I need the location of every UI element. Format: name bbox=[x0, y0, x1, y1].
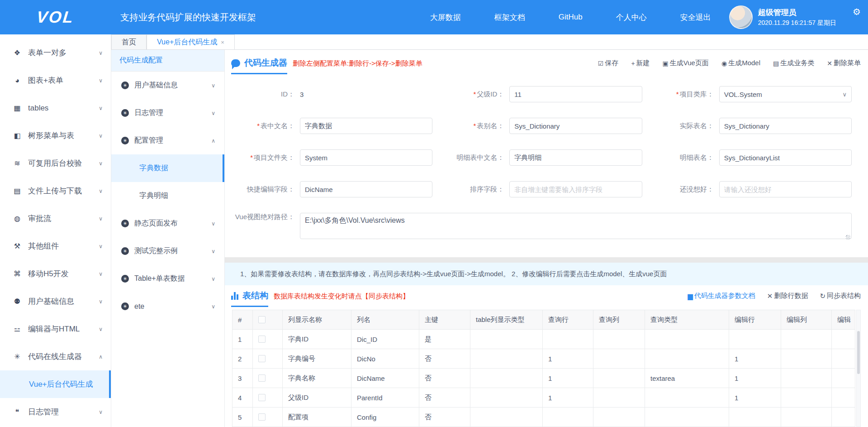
sidebar-item-代码在线生成器[interactable]: ✳代码在线生成器∧ bbox=[0, 343, 111, 370]
field-label-text: ID： bbox=[281, 90, 294, 98]
field-input[interactable] bbox=[509, 149, 642, 166]
table-cell: 否 bbox=[419, 408, 470, 427]
generator-title-wrap: 代码生成器 bbox=[231, 57, 287, 74]
tree-group-静态页面发布[interactable]: ✳静态页面发布∨ bbox=[111, 210, 224, 237]
close-icon[interactable]: × bbox=[221, 39, 224, 46]
field-select[interactable]: VOL.System∨ bbox=[719, 86, 852, 102]
sidebar-item-label: 编辑器与HTML bbox=[28, 324, 99, 334]
table-scrollbar-thumb[interactable] bbox=[857, 331, 860, 374]
field-label-text: 明细表名： bbox=[680, 154, 714, 161]
tree-group-Table+单表数据[interactable]: ✳Table+单表数据∨ bbox=[111, 265, 224, 293]
tab-bar: 首页Vue+后台代码生成× bbox=[111, 34, 868, 50]
tab-首页[interactable]: 首页 bbox=[111, 34, 147, 49]
sidebar-item-编辑器与HTML[interactable]: ⚍编辑器与HTML∨ bbox=[0, 315, 111, 343]
生成Vue页面-button[interactable]: ▣生成Vue页面 bbox=[663, 59, 709, 67]
tool-btn-label: 生成业务类 bbox=[780, 59, 814, 67]
生成Model-button[interactable]: ◉生成Model bbox=[721, 59, 760, 67]
field-input[interactable] bbox=[509, 118, 642, 134]
field-label: 明细表中文名： bbox=[441, 154, 509, 162]
row-number-cell: 1 bbox=[232, 330, 253, 349]
cog-circle-icon: ✳ bbox=[121, 109, 129, 117]
代码生成器参数文档-link[interactable]: ▆代码生成器参数文档 bbox=[688, 292, 755, 300]
删除菜单-button[interactable]: ✕删除菜单 bbox=[827, 59, 861, 67]
sidebar-item-文件上传与下载[interactable]: ▤文件上传与下载∨ bbox=[0, 177, 111, 205]
nav-item-GitHub[interactable]: GitHub bbox=[559, 13, 583, 22]
sidebar-item-移动H5开发[interactable]: ⌘移动H5开发∨ bbox=[0, 260, 111, 288]
row-checkbox[interactable] bbox=[258, 355, 266, 362]
同步表结构-link[interactable]: ↻同步表结构 bbox=[820, 292, 861, 300]
field-input[interactable] bbox=[509, 86, 642, 102]
column-header-编辑: 编辑 bbox=[832, 310, 855, 330]
config-panel-header[interactable]: 代码生成配置 bbox=[111, 50, 224, 72]
sidebar-item-可复用后台校验[interactable]: ≋可复用后台校验∨ bbox=[0, 149, 111, 177]
form-field-还没想好: 还没想好： bbox=[651, 181, 861, 197]
sidebar-item-审批流[interactable]: ◍审批流∨ bbox=[0, 205, 111, 232]
sidebar-item-tables[interactable]: ▦tables∨ bbox=[0, 94, 111, 122]
tree-group-配置管理[interactable]: ✳配置管理∧ bbox=[111, 127, 224, 154]
row-checkbox[interactable] bbox=[258, 413, 266, 421]
row-checkbox-cell bbox=[253, 349, 283, 369]
required-star: * bbox=[250, 154, 253, 161]
header-checkbox[interactable] bbox=[258, 316, 266, 323]
field-input[interactable] bbox=[509, 181, 642, 197]
nav-item-大屏数据[interactable]: 大屏数据 bbox=[430, 12, 461, 23]
row-checkbox[interactable] bbox=[258, 336, 266, 343]
field-input[interactable] bbox=[300, 149, 432, 166]
tool-btn-label: 删除菜单 bbox=[834, 59, 861, 67]
sidebar-item-图表+表单[interactable]: ◕图表+表单∨ bbox=[0, 67, 111, 94]
tree-group-ete[interactable]: ✳ete∨ bbox=[111, 293, 224, 320]
field-input[interactable] bbox=[719, 181, 852, 197]
row-checkbox[interactable] bbox=[258, 394, 266, 401]
chevron-down-icon: ∨ bbox=[211, 248, 215, 254]
table-cell bbox=[470, 388, 543, 408]
生成业务类-button[interactable]: ▤生成业务类 bbox=[773, 59, 814, 67]
textarea-wrap bbox=[300, 213, 852, 241]
tree-leaf-字典明细[interactable]: 字典明细 bbox=[111, 182, 224, 210]
保存-button[interactable]: ☑保存 bbox=[598, 59, 619, 67]
sidebar-item-表单一对多[interactable]: ❖表单一对多∨ bbox=[0, 39, 111, 67]
删除行数据-link[interactable]: ✕删除行数据 bbox=[767, 292, 808, 300]
sidebar-item-树形菜单与表[interactable]: ◧树形菜单与表∨ bbox=[0, 122, 111, 149]
table-cell: ParentId bbox=[351, 388, 419, 408]
sidebar-item-label: 文件上传与下载 bbox=[28, 186, 99, 196]
chevron-down-icon: ∨ bbox=[211, 221, 215, 227]
field-input[interactable] bbox=[300, 118, 432, 134]
table-cell: 配置项 bbox=[283, 408, 351, 427]
cog-circle-icon: ✳ bbox=[121, 247, 129, 255]
tree-group-用户基础信息[interactable]: ✳用户基础信息∨ bbox=[111, 72, 224, 99]
新建-button[interactable]: +新建 bbox=[631, 59, 650, 67]
tab-Vue+后台代码生成[interactable]: Vue+后台代码生成× bbox=[147, 34, 235, 49]
sidebar-item-其他组件[interactable]: ⚒其他组件∨ bbox=[0, 232, 111, 260]
tree-leaf-字典数据[interactable]: 字典数据 bbox=[111, 154, 224, 182]
sidebar-item-label: 树形菜单与表 bbox=[28, 130, 99, 141]
sidebar-item-label: tables bbox=[28, 104, 99, 113]
sidebar-item-日志管理[interactable]: ❝日志管理∨ bbox=[0, 398, 111, 426]
nav-item-个人中心[interactable]: 个人中心 bbox=[616, 12, 647, 23]
tree-group-日志管理[interactable]: ✳日志管理∨ bbox=[111, 99, 224, 127]
nav-item-框架文档[interactable]: 框架文档 bbox=[494, 12, 525, 23]
table-cell bbox=[543, 408, 593, 427]
form-field-父级ID: *父级ID： bbox=[441, 86, 651, 102]
avatar[interactable] bbox=[729, 5, 753, 29]
save-check-icon: ☑ bbox=[598, 60, 604, 67]
tree-group-测试完整示例[interactable]: ✳测试完整示例∨ bbox=[111, 237, 224, 265]
sidebar-item-Vue+后台代码生成[interactable]: Vue+后台代码生成 bbox=[0, 370, 111, 398]
row-checkbox[interactable] bbox=[258, 374, 266, 382]
required-star: * bbox=[257, 122, 260, 130]
field-input[interactable] bbox=[719, 118, 852, 134]
table-cell: 父级ID bbox=[283, 388, 351, 408]
gear-icon[interactable]: ⚙ bbox=[853, 6, 861, 17]
cog-circle-icon: ✳ bbox=[121, 275, 129, 283]
chevron-down-icon: ∨ bbox=[99, 188, 103, 194]
field-input[interactable] bbox=[300, 181, 432, 197]
nav-item-安全退出[interactable]: 安全退出 bbox=[680, 12, 711, 23]
form-field-项目文件夹: *项目文件夹： bbox=[232, 149, 441, 166]
field-label-text: 还没想好： bbox=[680, 185, 714, 193]
field-input[interactable] bbox=[719, 149, 852, 166]
table-scrollbar[interactable] bbox=[856, 310, 861, 427]
sidebar-item-用户基础信息[interactable]: ⚉用户基础信息∨ bbox=[0, 288, 111, 315]
table-cell bbox=[470, 369, 543, 388]
field-label-text: 表别名： bbox=[477, 122, 504, 130]
vue-path-textarea[interactable] bbox=[300, 213, 852, 239]
select-value: VOL.System bbox=[724, 91, 762, 98]
